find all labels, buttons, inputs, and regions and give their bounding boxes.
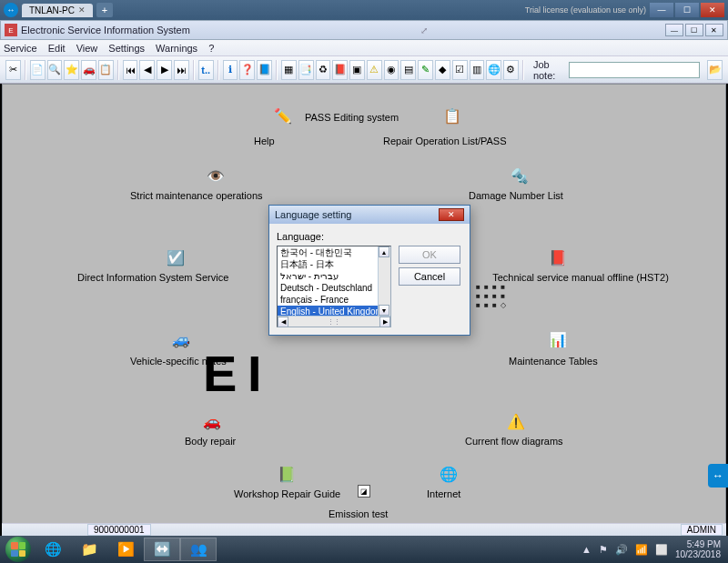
start-button[interactable] — [2, 536, 35, 563]
lang-option-ja[interactable]: 日本語 - 日本 — [278, 258, 390, 270]
tb-car-icon[interactable]: 🚗 — [81, 60, 96, 80]
scroll-down-icon[interactable]: ▼ — [379, 305, 389, 316]
tb-prev-icon[interactable]: ◀ — [139, 60, 155, 80]
list-hscrollbar[interactable]: ◀ ⋮⋮ ▶ — [278, 316, 390, 327]
tb-btn-6[interactable]: ◉ — [384, 60, 399, 80]
app-minimize-button[interactable]: — — [665, 24, 683, 36]
tray-net-icon[interactable]: 📶 — [635, 544, 648, 556]
scroll-left-icon[interactable]: ◀ — [278, 317, 288, 327]
dialog-close-button[interactable]: ✕ — [439, 208, 464, 221]
tb-btn-2[interactable]: 📑 — [298, 60, 314, 80]
window-minimize-button[interactable]: — — [650, 3, 673, 17]
tb-next-icon[interactable]: ▶ — [157, 60, 172, 80]
cancel-button[interactable]: Cancel — [399, 267, 460, 286]
task-explorer[interactable]: 📁 — [71, 538, 107, 561]
menu-warnings[interactable]: Warnings — [156, 43, 197, 54]
tb-btn-3[interactable]: ♻ — [316, 60, 331, 80]
lang-option-de[interactable]: Deutsch - Deutschland — [278, 282, 390, 294]
emission-icon[interactable]: ◪ — [358, 485, 370, 499]
drag-handle-icon[interactable]: ⤢ — [420, 25, 428, 35]
status-bar: 9000000001 ADMIN — [2, 523, 726, 536]
item-workshop[interactable]: 📗 — [276, 463, 298, 487]
window-close-button[interactable]: ✕ — [701, 3, 724, 17]
tb-btn-9[interactable]: ◆ — [435, 60, 450, 80]
tb-btn-11[interactable]: ▥ — [470, 60, 485, 80]
ok-button[interactable]: OK — [399, 246, 460, 264]
item-strict-maint[interactable]: 👁️ — [205, 165, 227, 188]
tb-btn-4[interactable]: 📕 — [332, 60, 348, 80]
tab-close-icon[interactable]: ✕ — [78, 5, 86, 15]
new-tab-button[interactable]: + — [96, 3, 113, 17]
menu-service[interactable]: Service — [4, 43, 37, 54]
job-note-input[interactable] — [569, 62, 700, 78]
scroll-thumb[interactable]: ⋮⋮ — [288, 318, 379, 326]
tb-btn-1[interactable]: ▦ — [281, 60, 297, 80]
lang-option-ko[interactable]: 한국어 - 대한민국 — [278, 246, 390, 258]
trial-license-text: Trial license (evaluation use only) — [525, 5, 650, 15]
label-tech-manual: Technical service manual offline (HST2) — [476, 272, 685, 283]
menu-help[interactable]: ? — [208, 43, 214, 54]
window-maximize-button[interactable]: ☐ — [675, 3, 699, 17]
item-tech-manual[interactable]: 📕 — [547, 246, 569, 270]
item-pass-editing[interactable]: ✏️ — [272, 105, 294, 128]
tb-book-icon[interactable]: 📘 — [257, 60, 272, 80]
tb-find-icon[interactable]: 🔍 — [47, 60, 63, 80]
tb-info-icon[interactable]: ℹ — [223, 60, 238, 80]
remote-tab[interactable]: TNLAN-PC ✕ — [22, 4, 93, 17]
task-esis[interactable]: 👥 — [180, 538, 217, 561]
list-vscrollbar[interactable]: ▲ ▼ — [378, 246, 390, 316]
tray-up-icon[interactable]: ▲ — [581, 544, 592, 555]
tb-first-icon[interactable]: ⏮ — [123, 60, 138, 80]
dialog-title-bar[interactable]: Language setting ✕ — [269, 206, 470, 224]
separator — [217, 60, 219, 80]
taskbar-clock[interactable]: 5:49 PM 10/23/2018 — [675, 539, 721, 559]
tb-last-icon[interactable]: ⏭ — [174, 60, 189, 80]
lang-option-fr[interactable]: français - France — [278, 294, 390, 306]
tb-btn-5[interactable]: ▣ — [349, 60, 365, 80]
tb-btn-12[interactable]: 🌐 — [486, 60, 501, 80]
item-dis[interactable]: ☑️ — [165, 246, 187, 270]
teamviewer-side-tab[interactable]: ↔ — [708, 464, 728, 488]
tb-btn-10[interactable]: ☑ — [452, 60, 468, 80]
app-close-button[interactable]: ✕ — [705, 24, 723, 36]
scroll-up-icon[interactable]: ▲ — [379, 246, 389, 257]
language-listbox[interactable]: 한국어 - 대한민국 日本語 - 日本 עברית - ישראל Deutsc… — [277, 246, 391, 327]
status-left: 9000000001 — [87, 524, 151, 536]
label-strict-maint: Strict maintenance operations — [130, 190, 263, 201]
app-maximize-button[interactable]: ☐ — [685, 24, 703, 36]
menu-edit[interactable]: Edit — [48, 43, 66, 54]
tray-flag-icon[interactable]: ⚑ — [599, 544, 608, 556]
tb-page-icon[interactable]: 📋 — [98, 60, 114, 80]
item-body-repair[interactable]: 🚗 — [201, 410, 223, 434]
tb-warn-icon[interactable]: ⚠ — [367, 60, 382, 80]
separator — [522, 60, 524, 80]
tray-vol-icon[interactable]: 🔊 — [615, 544, 628, 556]
tb-btn-7[interactable]: ▤ — [400, 60, 416, 80]
item-damage-list[interactable]: 🔩 — [509, 165, 531, 188]
item-maint-tables[interactable]: 📊 — [547, 328, 569, 352]
task-media[interactable]: ▶️ — [107, 538, 144, 561]
scroll-right-icon[interactable]: ▶ — [379, 317, 390, 327]
lang-option-he[interactable]: עברית - ישראל — [278, 270, 390, 282]
menu-view[interactable]: View — [76, 43, 98, 54]
language-dialog: Language setting ✕ Language: 한국어 - 대한민국 … — [268, 205, 470, 336]
task-teamviewer[interactable]: ↔️ — [144, 538, 180, 561]
tb-btn-8[interactable]: ✎ — [418, 60, 433, 80]
tb-btn-13[interactable]: ⚙ — [503, 60, 519, 80]
task-ie[interactable]: 🌐 — [35, 538, 71, 561]
tb-note-open-icon[interactable]: 📂 — [707, 60, 723, 80]
tray-misc-icon[interactable]: ⬜ — [655, 544, 668, 556]
tb-doc-icon[interactable]: 📄 — [30, 60, 46, 80]
tb-fav-icon[interactable]: ⭐ — [64, 60, 79, 80]
label-body-repair: Body repair — [185, 436, 236, 447]
menu-settings[interactable]: Settings — [108, 43, 145, 54]
tb-text-icon[interactable]: t.. — [198, 60, 214, 80]
app-title-bar: E Electronic Service Information System … — [0, 20, 728, 40]
item-current-flow[interactable]: ⚠️ — [505, 410, 527, 434]
item-internet[interactable]: 🌐 — [438, 463, 460, 487]
tb-cut-icon[interactable]: ✂ — [5, 60, 21, 80]
warning-icon: ⚠️ — [505, 410, 527, 432]
item-vehicle-notes[interactable]: 🚙 — [170, 328, 192, 352]
tb-help-icon[interactable]: ❓ — [239, 60, 255, 80]
item-repair-op[interactable]: 📋 — [441, 105, 463, 128]
